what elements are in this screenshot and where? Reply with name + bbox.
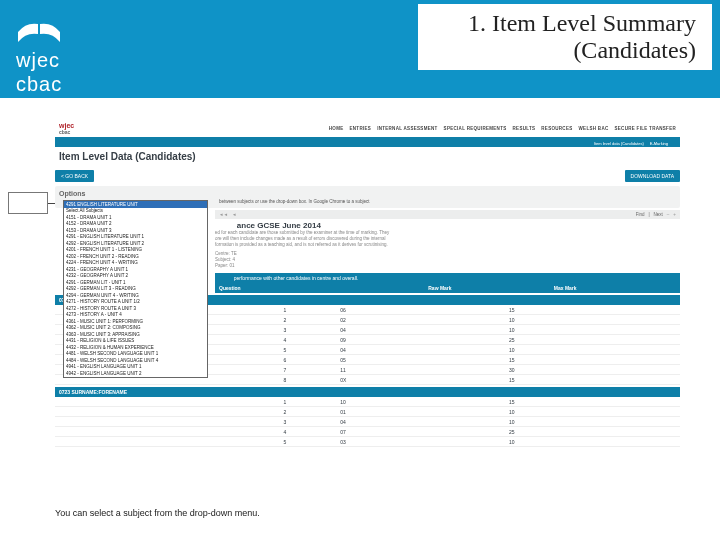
options-panel: Options between subjects or use the drop… — [55, 186, 680, 208]
table-row: 50310 — [55, 437, 680, 447]
paper-line: Paper: 01 — [215, 263, 680, 269]
zoom-in-icon[interactable]: + — [673, 212, 676, 217]
page-title: Item Level Data (Candidates) — [55, 147, 680, 166]
slide-title-line1: 1. Item Level Summary — [468, 10, 696, 37]
nav-entries[interactable]: ENTRIES — [350, 126, 372, 131]
slide-title: 1. Item Level Summary (Candidates) — [418, 4, 712, 70]
slide-title-line2: (Candidates) — [468, 37, 696, 64]
click-bar-text: performance with other candidates in cen… — [234, 275, 359, 281]
app-header: wjec cbac HOME ENTRIES INTERNAL ASSESSME… — [55, 120, 680, 139]
nav-special[interactable]: SPECIAL REQUIREMENTS — [444, 126, 507, 131]
table-row: 11015 — [55, 397, 680, 407]
nav-secure[interactable]: SECURE FILE TRANSFER — [614, 126, 676, 131]
pdf-toolbar: ◄◄ ◄ Find | Next – + — [215, 210, 680, 219]
disclaimer-3: formation is provided as a teaching aid,… — [215, 242, 680, 248]
download-data-button[interactable]: DOWNLOAD DATA — [625, 170, 680, 182]
options-hint: between subjects or use the drop-down bo… — [219, 199, 676, 204]
dropdown-option[interactable]: 4942 - ENGLISH LANGUAGE UNIT 2 — [64, 371, 207, 378]
subject-dropdown[interactable]: 4291 ENGLISH LITERATURE UNIT Select All … — [63, 200, 208, 378]
click-candidate-bar: Click cperformance with other candidates… — [215, 273, 680, 283]
button-row: < GO BACK DOWNLOAD DATA — [55, 170, 680, 182]
callout-box — [8, 192, 48, 214]
top-banner: wjec cbac 1. Item Level Summary (Candida… — [0, 0, 720, 98]
table-row: 20110 — [55, 407, 680, 417]
dropdown-selected[interactable]: 4291 ENGLISH LITERATURE UNIT — [64, 201, 207, 208]
subnav-item[interactable]: Item level data (Candidates) — [594, 141, 644, 146]
th-question: Question — [215, 283, 424, 293]
app-logo-sub: cbac — [59, 129, 74, 135]
candidate-2-table: 1101520110304104072550310 — [55, 397, 680, 447]
brand-logo: wjec cbac — [16, 20, 62, 94]
th-raw: Raw Mark — [424, 283, 550, 293]
table-row: 40725 — [55, 427, 680, 437]
nav-results[interactable]: RESULTS — [513, 126, 536, 131]
nav-resources[interactable]: RESOURCES — [541, 126, 572, 131]
find-label[interactable]: Find — [636, 212, 645, 217]
app-screenshot: wjec cbac HOME ENTRIES INTERNAL ASSESSME… — [55, 120, 680, 490]
footer-note: You can select a subject from the drop-d… — [55, 508, 260, 518]
brand-text-1: wjec — [16, 50, 62, 70]
options-title: Options — [59, 190, 676, 197]
subnav-emarking[interactable]: E-Marking — [650, 141, 668, 146]
th-max: Max Mark — [550, 283, 680, 293]
heading-suffix: ance GCSE June 2014 — [237, 221, 321, 230]
app-logo-main: wjec — [59, 122, 74, 129]
go-back-button[interactable]: < GO BACK — [55, 170, 94, 182]
page-icon[interactable]: ◄ — [232, 212, 236, 217]
sub-nav: Item level data (Candidates) E-Marking — [55, 139, 680, 147]
analysis-heading: Analyance GCSE June 2014 — [215, 221, 680, 230]
next-label[interactable]: Next — [654, 212, 663, 217]
table-row: 30410 — [55, 417, 680, 427]
book-icon — [16, 20, 62, 46]
app-logo: wjec cbac — [59, 122, 74, 135]
prev-page-icon[interactable]: ◄◄ — [219, 212, 228, 217]
nav-home[interactable]: HOME — [329, 126, 344, 131]
arrow-callout — [8, 192, 48, 214]
nav-internal[interactable]: INTERNAL ASSESSMENT — [377, 126, 437, 131]
zoom-out-icon[interactable]: – — [667, 212, 670, 217]
nav-welshbac[interactable]: WELSH BAC — [579, 126, 609, 131]
main-nav: HOME ENTRIES INTERNAL ASSESSMENT SPECIAL… — [78, 126, 676, 131]
brand-text-2: cbac — [16, 74, 62, 94]
results-table-head: Question Raw Mark Max Mark — [215, 283, 680, 293]
candidate-2-bar[interactable]: 0723 SURNAME:FORENAME — [55, 387, 680, 397]
